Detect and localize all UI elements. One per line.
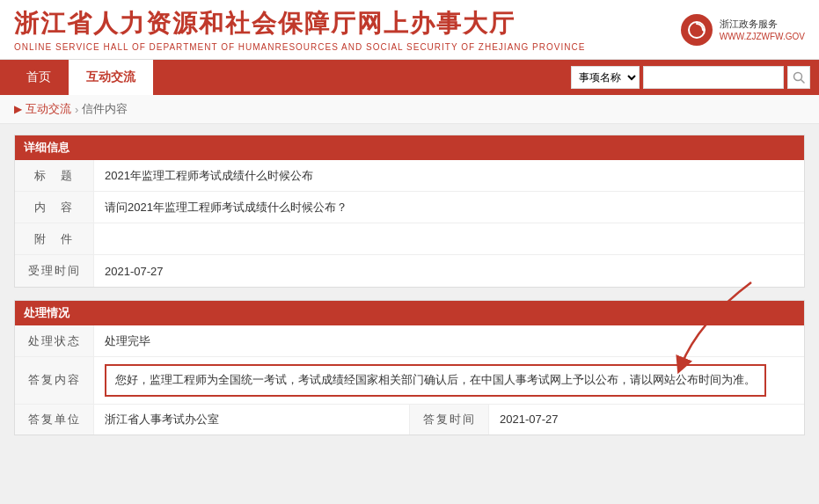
detail-section-header: 详细信息 bbox=[15, 135, 804, 160]
logo-url: WWW.ZJZWFW.GOV bbox=[720, 32, 805, 41]
search-category-select[interactable]: 事项名称 bbox=[571, 66, 640, 89]
logo-icon bbox=[681, 14, 713, 46]
detail-section: 详细信息 标 题 2021年监理工程师考试成绩什么时候公布 内 容 请问2021… bbox=[14, 135, 805, 288]
process-section: 处理情况 处理状态 处理完毕 答复内容 您好，监理工程师为全国统一考试，考试成绩… bbox=[14, 300, 805, 435]
detail-label-content: 内 容 bbox=[15, 192, 94, 223]
process-label-unit: 答复单位 bbox=[15, 405, 94, 435]
svg-line-3 bbox=[801, 80, 805, 84]
navbar: 首页 互动交流 事项名称 bbox=[0, 60, 819, 95]
detail-value-time: 2021-07-27 bbox=[94, 255, 804, 287]
header-branding: 浙江省人力资源和社会保障厅网上办事大厅 ONLINE SERVICE HALL … bbox=[14, 7, 585, 52]
process-row-reply: 答复内容 您好，监理工程师为全国统一考试，考试成绩经国家相关部门确认后，在中国人… bbox=[15, 357, 804, 405]
breadcrumb-arrow-icon: ▶ bbox=[14, 103, 22, 115]
logo-text-block: 浙江政务服务 WWW.ZJZWFW.GOV bbox=[720, 18, 805, 40]
search-input[interactable] bbox=[643, 66, 784, 89]
process-value-reply-time: 2021-07-27 bbox=[489, 405, 804, 435]
detail-value-title: 2021年监理工程师考试成绩什么时候公布 bbox=[94, 160, 804, 191]
detail-row-time: 受理时间 2021-07-27 bbox=[15, 255, 804, 287]
breadcrumb-interaction[interactable]: 互动交流 bbox=[26, 101, 71, 117]
detail-label-time: 受理时间 bbox=[15, 255, 94, 287]
process-value-status: 处理完毕 bbox=[94, 325, 804, 356]
process-col-unit: 答复单位 浙江省人事考试办公室 bbox=[15, 405, 410, 435]
main-content: 详细信息 标 题 2021年监理工程师考试成绩什么时候公布 内 容 请问2021… bbox=[0, 124, 819, 458]
nav-search: 事项名称 bbox=[571, 66, 810, 89]
logo-svg bbox=[687, 20, 706, 40]
breadcrumb: ▶ 互动交流 › 信件内容 bbox=[0, 95, 819, 124]
detail-value-attachment bbox=[94, 223, 804, 254]
process-label-reply: 答复内容 bbox=[15, 357, 94, 404]
process-row-status: 处理状态 处理完毕 bbox=[15, 325, 804, 357]
logo-label: 浙江政务服务 bbox=[720, 18, 805, 31]
search-button[interactable] bbox=[787, 66, 810, 89]
detail-section-body: 标 题 2021年监理工程师考试成绩什么时候公布 内 容 请问2021年监理工程… bbox=[15, 160, 804, 287]
nav-home[interactable]: 首页 bbox=[9, 60, 69, 95]
detail-row-attachment: 附 件 bbox=[15, 223, 804, 255]
breadcrumb-separator: › bbox=[75, 103, 78, 116]
detail-value-content: 请问2021年监理工程师考试成绩什么时候公布？ bbox=[94, 192, 804, 223]
breadcrumb-current: 信件内容 bbox=[82, 101, 128, 117]
nav-interaction[interactable]: 互动交流 bbox=[69, 60, 153, 95]
process-section-header: 处理情况 bbox=[15, 301, 804, 325]
process-value-reply: 您好，监理工程师为全国统一考试，考试成绩经国家相关部门确认后，在中国人事考试网上… bbox=[94, 357, 804, 404]
detail-row-title: 标 题 2021年监理工程师考试成绩什么时候公布 bbox=[15, 160, 804, 192]
detail-label-attachment: 附 件 bbox=[15, 223, 94, 254]
process-label-reply-time: 答复时间 bbox=[410, 405, 489, 435]
reply-content-box: 您好，监理工程师为全国统一考试，考试成绩经国家相关部门确认后，在中国人事考试网上… bbox=[105, 364, 766, 397]
process-col-time: 答复时间 2021-07-27 bbox=[410, 405, 804, 435]
process-label-status: 处理状态 bbox=[15, 325, 94, 356]
header-title-en: ONLINE SERVICE HALL OF DEPARTMENT OF HUM… bbox=[14, 42, 585, 52]
process-row-bottom: 答复单位 浙江省人事考试办公室 答复时间 2021-07-27 bbox=[15, 405, 804, 435]
page-header: 浙江省人力资源和社会保障厅网上办事大厅 ONLINE SERVICE HALL … bbox=[0, 0, 819, 60]
search-icon bbox=[793, 71, 805, 84]
header-logo: 浙江政务服务 WWW.ZJZWFW.GOV bbox=[681, 14, 805, 46]
nav-items: 首页 互动交流 bbox=[9, 60, 153, 95]
detail-label-title: 标 题 bbox=[15, 160, 94, 191]
header-title-cn: 浙江省人力资源和社会保障厅网上办事大厅 bbox=[14, 7, 585, 40]
process-value-unit: 浙江省人事考试办公室 bbox=[94, 405, 409, 435]
detail-row-content: 内 容 请问2021年监理工程师考试成绩什么时候公布？ bbox=[15, 192, 804, 223]
process-section-body: 处理状态 处理完毕 答复内容 您好，监理工程师为全国统一考试，考试成绩经国家相关… bbox=[15, 325, 804, 435]
